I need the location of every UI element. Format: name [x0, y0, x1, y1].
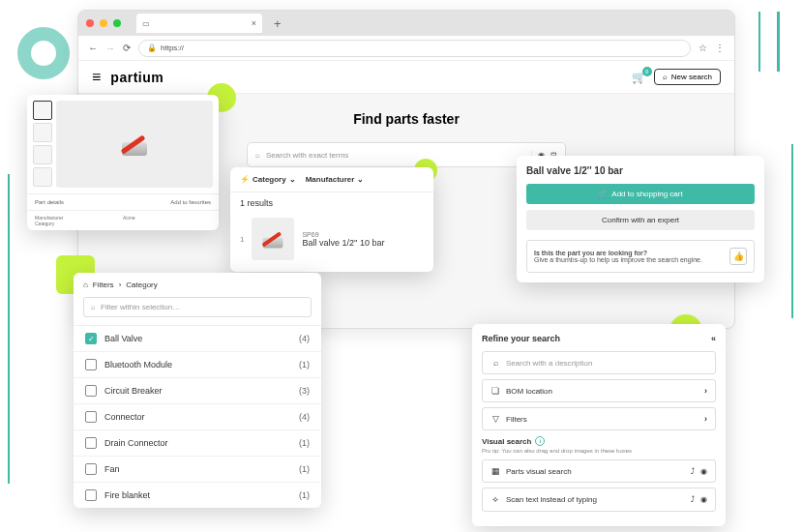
filter-option[interactable]: Circuit Breaker(3) [74, 377, 321, 403]
refine-title: Refine your search [482, 334, 560, 343]
checkbox[interactable] [85, 411, 97, 423]
traffic-light-max[interactable] [113, 19, 121, 27]
search-icon: ⌕ [491, 358, 500, 368]
filter-count: (4) [299, 334, 310, 343]
add-to-cart-button[interactable]: 🛒Add to shopping cart [526, 184, 755, 204]
scan-text-button[interactable]: ⟡Scan text instead of typing⤴◉ [482, 488, 716, 512]
filter-option[interactable]: Drain Connector(1) [74, 429, 321, 456]
thumbs-up-button[interactable]: 👍 [729, 248, 747, 265]
forward-icon[interactable]: → [105, 43, 115, 53]
scan-icon: ⟡ [491, 494, 500, 505]
upload-icon[interactable]: ⤴ [691, 467, 695, 476]
filter-category[interactable]: ⚡Category⌄ [240, 175, 296, 184]
chevron-down-icon: ⌄ [357, 175, 364, 184]
results-card: ⚡Category⌄ Manufacturer⌄ 1 results 1 SP6… [230, 167, 433, 272]
filter-count: (3) [299, 386, 310, 396]
page-icon: ▭ [142, 19, 150, 28]
filter-search-input[interactable]: ⌕Filter within selection… [83, 297, 312, 317]
close-icon[interactable]: × [252, 18, 256, 28]
thumbnail[interactable] [33, 145, 52, 164]
section-title: Part details [35, 199, 64, 205]
filter-count: (1) [299, 464, 310, 474]
filter-manufacturer[interactable]: Manufacturer⌄ [306, 175, 365, 184]
result-code: SP69 [302, 231, 384, 238]
search-icon: ⌕ [255, 151, 260, 160]
add-favorite-button[interactable]: Add to favorites [170, 199, 211, 205]
filter-option[interactable]: Bluetooth Module(1) [74, 351, 321, 377]
product-image [56, 101, 213, 188]
cart-button[interactable]: 🛒0 [632, 71, 646, 84]
home-icon[interactable]: ⌂ [83, 281, 88, 289]
filter-option[interactable]: ✓Ball Valve(4) [74, 325, 321, 351]
info-icon[interactable]: i [535, 436, 545, 446]
refine-tip: Pro tip: You can also drag and drop imag… [482, 448, 716, 454]
checkbox[interactable] [85, 437, 97, 449]
filter-option[interactable]: Connector(4) [74, 403, 321, 429]
confirm-expert-button[interactable]: Confirm with an expert [526, 210, 755, 230]
filters-card: ⌂ Filters› Category ⌕Filter within selec… [74, 273, 321, 508]
filter-label: Drain Connector [104, 438, 168, 448]
breadcrumb-item[interactable]: Filters [93, 281, 114, 289]
checkbox[interactable] [85, 463, 97, 475]
filter-label: Ball Valve [104, 334, 142, 343]
cart-badge: 0 [642, 67, 652, 76]
checkbox[interactable] [85, 359, 97, 370]
filter-count: (1) [299, 490, 310, 500]
breadcrumb: ⌂ Filters› Category [74, 273, 321, 297]
star-icon[interactable]: ☆ [699, 43, 707, 53]
refine-bom-button[interactable]: ❏BOM location› [482, 379, 716, 402]
reload-icon[interactable]: ⟳ [123, 43, 131, 53]
filter-label: Bluetooth Module [104, 360, 172, 369]
chevron-right-icon: › [704, 386, 707, 396]
traffic-light-close[interactable] [86, 19, 94, 27]
filter-count: (1) [299, 438, 310, 448]
hamburger-icon[interactable]: ≡ [92, 69, 101, 86]
search-icon: ⌕ [663, 73, 668, 81]
thumbnail[interactable] [33, 167, 52, 187]
result-image [252, 218, 294, 260]
breadcrumb-item[interactable]: Category [126, 281, 157, 289]
thumbnail[interactable] [33, 101, 52, 120]
filter-label: Fan [104, 464, 120, 474]
address-bar[interactable]: 🔒 https:// [138, 40, 691, 57]
camera-icon[interactable]: ◉ [700, 467, 707, 476]
chevron-right-icon: › [704, 414, 707, 424]
result-name: Ball valve 1/2'' 10 bar [302, 238, 384, 248]
checkbox[interactable]: ✓ [85, 333, 97, 344]
browser-tab[interactable]: ▭× [136, 14, 262, 33]
lock-icon: 🔒 [147, 44, 157, 52]
filter-option[interactable]: Fire blanket(1) [74, 482, 321, 508]
cube-icon: ❏ [491, 386, 500, 396]
part-details-card: Part details Add to favorites Manufactur… [27, 95, 219, 230]
traffic-light-min[interactable] [100, 19, 107, 27]
bolt-icon: ⚡ [240, 175, 250, 184]
refine-description-input[interactable]: ⌕Search with a description [482, 351, 716, 374]
results-count: 1 results [230, 192, 433, 214]
url-text: https:// [161, 44, 184, 52]
filter-option[interactable]: Fan(1) [74, 456, 321, 482]
app-header: ≡ partium 🛒0 ⌕New search [78, 61, 734, 94]
collapse-icon[interactable]: « [711, 334, 716, 343]
filter-label: Fire blanket [104, 490, 150, 500]
thumbnail[interactable] [33, 123, 52, 142]
cart-icon: 🛒 [598, 190, 608, 198]
filter-label: Connector [104, 412, 145, 422]
filter-label: Circuit Breaker [104, 386, 163, 396]
result-row[interactable]: 1 SP69 Ball valve 1/2'' 10 bar [230, 214, 433, 264]
search-icon: ⌕ [91, 303, 96, 311]
upload-icon[interactable]: ⤴ [691, 495, 695, 504]
checkbox[interactable] [85, 489, 97, 501]
checkbox[interactable] [85, 385, 97, 397]
menu-icon[interactable]: ⋮ [715, 43, 725, 53]
browser-toolbar: ← → ⟳ 🔒 https:// ☆ ⋮ [78, 36, 734, 61]
back-icon[interactable]: ← [88, 43, 98, 53]
search-placeholder: Search with exact terms [266, 151, 348, 160]
refine-filters-button[interactable]: ▽Filters› [482, 407, 716, 430]
parts-visual-search-button[interactable]: ▦Parts visual search⤴◉ [482, 459, 716, 483]
filter-count: (1) [299, 360, 310, 369]
new-search-button[interactable]: ⌕New search [654, 69, 721, 85]
camera-icon[interactable]: ◉ [700, 495, 707, 504]
feedback-box: Is this the part you are looking for?Giv… [526, 240, 755, 273]
new-tab-button[interactable]: + [274, 16, 282, 31]
product-action-card: Ball valve 1/2'' 10 bar 🛒Add to shopping… [517, 156, 764, 282]
